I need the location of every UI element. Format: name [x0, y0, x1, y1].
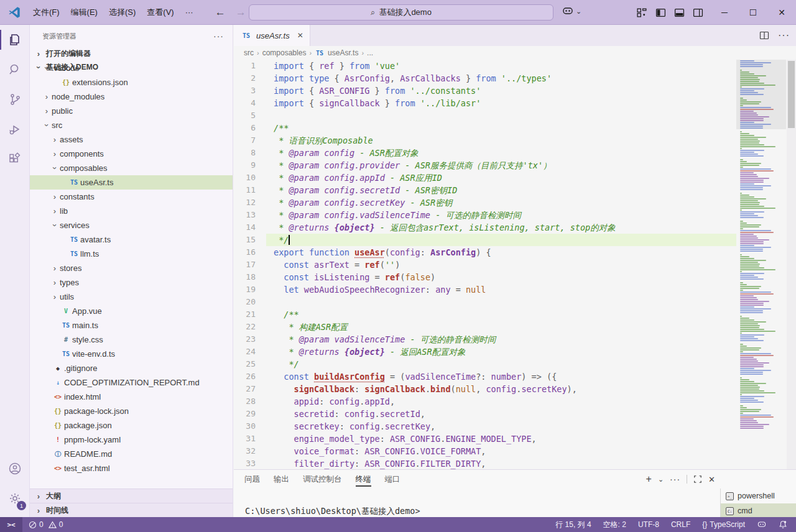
command-center-search[interactable]: ⌕ 基础接入demo	[249, 4, 553, 21]
code-line-11[interactable]: 11 * @param config.secretId - ASR密钥ID	[234, 184, 736, 196]
menu-item[interactable]: 文件(F)	[27, 0, 65, 25]
code-line-20[interactable]: 20	[234, 296, 736, 308]
tree-item-pnpm-lock.yaml[interactable]: !pnpm-lock.yaml	[30, 433, 233, 447]
panel-more-actions-icon[interactable]: ···	[670, 474, 680, 484]
tree-item-types[interactable]: ›types	[30, 275, 233, 290]
tree-item-.vscode[interactable]: ›.vscode	[30, 61, 233, 75]
code-line-8[interactable]: 8 * @param config - ASR配置对象	[234, 147, 736, 159]
tree-item-main.ts[interactable]: TSmain.ts	[30, 318, 233, 332]
code-line-26[interactable]: 26 const buildAsrConfig = (vadSilenceTim…	[234, 370, 736, 383]
panel-tab-调试控制台[interactable]: 调试控制台	[303, 470, 342, 488]
notifications-bell-icon[interactable]	[779, 520, 787, 529]
code-line-17[interactable]: 17 const asrText = ref('')	[234, 259, 736, 271]
account-icon[interactable]	[0, 454, 30, 484]
tree-item-App.vue[interactable]: VApp.vue	[30, 304, 233, 318]
tab-useAsr[interactable]: TS useAsr.ts ✕	[234, 25, 310, 46]
tree-item-composables[interactable]: ›composables	[30, 161, 233, 175]
tree-item-public[interactable]: ›public	[30, 104, 233, 118]
breadcrumb-item[interactable]: useAsr.ts	[328, 48, 358, 57]
panel-tab-问题[interactable]: 问题	[244, 470, 260, 488]
editor-more-actions-icon[interactable]: ···	[778, 30, 790, 41]
code-line-30[interactable]: 30 secretkey: config.secretKey,	[234, 420, 736, 433]
panel-tab-端口[interactable]: 端口	[385, 470, 400, 488]
code-line-2[interactable]: 2import type { AsrConfig, AsrCallbacks }…	[234, 72, 736, 85]
tree-item-avatar.ts[interactable]: TSavatar.ts	[30, 232, 233, 247]
tree-item-CODE_OPTIMIZATION_REPORT.md[interactable]: ↓CODE_OPTIMIZATION_REPORT.md	[30, 375, 233, 390]
code-line-14[interactable]: 14 * @returns {object} - 返回包含asrText, is…	[234, 221, 736, 234]
extensions-icon[interactable]	[0, 144, 30, 174]
tree-item-README.md[interactable]: ⓘREADME.md	[30, 447, 233, 461]
tree-item-llm.ts[interactable]: TSllm.ts	[30, 247, 233, 261]
code-line-25[interactable]: 25 */	[234, 358, 736, 370]
menu-item[interactable]: ···	[180, 0, 199, 25]
minimize-button[interactable]: ─	[710, 0, 739, 25]
eol-status[interactable]: CRLF	[671, 520, 690, 529]
tree-item-test_asr.html[interactable]: <>test_asr.html	[30, 461, 233, 475]
tree-item-constants[interactable]: ›constants	[30, 190, 233, 204]
settings-gear-icon[interactable]: 1	[0, 484, 30, 513]
code-line-12[interactable]: 12 * @param config.secretKey - ASR密钥	[234, 196, 736, 209]
code-line-21[interactable]: 21 /**	[234, 308, 736, 321]
code-line-24[interactable]: 24 * @returns {object} - 返回ASR配置对象	[234, 346, 736, 358]
panel-tab-输出[interactable]: 输出	[274, 470, 289, 488]
tree-item-.gitignore[interactable]: ◆.gitignore	[30, 361, 233, 375]
breadcrumb-item[interactable]: composables	[262, 48, 307, 57]
code-line-22[interactable]: 22 * 构建ASR配置	[234, 321, 736, 333]
search-view-icon[interactable]	[0, 55, 30, 85]
sidebar-section-时间线[interactable]: ›时间线	[30, 503, 233, 517]
tree-item-components[interactable]: ›components	[30, 147, 233, 161]
language-status[interactable]: {} TypeScript	[702, 520, 745, 529]
code-line-23[interactable]: 23 * @param vadSilenceTime - 可选的静音检测时间	[234, 333, 736, 346]
cursor-position-status[interactable]: 行 15, 列 4	[555, 520, 591, 530]
code-line-7[interactable]: 7 * 语音识别Composable	[234, 134, 736, 147]
tree-item-services[interactable]: ›services	[30, 218, 233, 232]
panel-tab-终端[interactable]: 终端	[356, 470, 371, 488]
terminal-item-cmd[interactable]: C:cmd	[721, 503, 796, 518]
code-line-9[interactable]: 9 * @param config.provider - ASR服务提供商（目前…	[234, 159, 736, 172]
terminal-dropdown-icon[interactable]: ⌄	[658, 475, 664, 484]
tree-item-extensions.json[interactable]: {}extensions.json	[30, 75, 233, 89]
code-line-4[interactable]: 4import { signCallback } from '../lib/as…	[234, 97, 736, 109]
menu-item[interactable]: 选择(S)	[103, 0, 141, 25]
encoding-status[interactable]: UTF-8	[638, 520, 659, 529]
run-debug-icon[interactable]	[0, 114, 30, 144]
minimap[interactable]	[736, 60, 786, 469]
code-line-29[interactable]: 29 secretid: config.secretId,	[234, 408, 736, 420]
indentation-status[interactable]: 空格: 2	[603, 520, 626, 530]
copilot-menu[interactable]: ⌄	[562, 5, 581, 17]
tree-item-assets[interactable]: ›assets	[30, 132, 233, 147]
remote-indicator[interactable]: ><	[0, 517, 22, 532]
maximize-panel-icon[interactable]	[693, 475, 702, 484]
explorer-icon[interactable]	[0, 25, 30, 55]
menu-item[interactable]: 查看(V)	[141, 0, 179, 25]
code-line-15[interactable]: 15 */	[234, 234, 736, 246]
tree-item-utils[interactable]: ›utils	[30, 290, 233, 304]
code-line-18[interactable]: 18 const isListening = ref(false)	[234, 271, 736, 283]
tree-item-useAsr.ts[interactable]: TSuseAsr.ts	[30, 175, 233, 190]
open-editors-section[interactable]: › 打开的编辑器	[30, 47, 233, 60]
code-line-6[interactable]: 6/**	[234, 122, 736, 134]
code-line-13[interactable]: 13 * @param config.vadSilenceTime - 可选的静…	[234, 209, 736, 221]
close-button[interactable]: ✕	[767, 0, 796, 25]
tree-item-lib[interactable]: ›lib	[30, 204, 233, 218]
code-line-31[interactable]: 31 engine_model_type: ASR_CONFIG.ENGINE_…	[234, 433, 736, 445]
toggle-panel-icon[interactable]	[674, 7, 685, 18]
source-control-icon[interactable]	[0, 85, 30, 114]
sidebar-section-大纲[interactable]: ›大纲	[30, 488, 233, 503]
copilot-status-icon[interactable]	[757, 520, 767, 530]
forward-arrow-icon[interactable]: →	[236, 6, 246, 19]
code-line-19[interactable]: 19 let webAudioSpeechRecognizer: any = n…	[234, 283, 736, 296]
code-line-5[interactable]: 5	[234, 109, 736, 122]
tree-item-index.html[interactable]: <>index.html	[30, 390, 233, 404]
editor-scrollbar[interactable]	[787, 60, 796, 469]
sidebar-more-actions-icon[interactable]: ···	[213, 31, 224, 41]
tree-item-package.json[interactable]: {}package.json	[30, 418, 233, 433]
tab-close-icon[interactable]: ✕	[297, 31, 303, 40]
terminal-prompt[interactable]: C:\Users\shiuo\Desktop\基础接入demo>	[245, 506, 420, 517]
tree-item-package-lock.json[interactable]: {}package-lock.json	[30, 404, 233, 418]
problems-status[interactable]: 0 0	[29, 520, 63, 529]
code-editor[interactable]: 1import { ref } from 'vue'2import type {…	[234, 60, 736, 469]
code-line-33[interactable]: 33 filter_dirty: ASR_CONFIG.FILTER_DIRTY…	[234, 457, 736, 469]
toggle-primary-sidebar-icon[interactable]	[655, 7, 666, 18]
breadcrumb-item[interactable]: ...	[367, 48, 373, 57]
